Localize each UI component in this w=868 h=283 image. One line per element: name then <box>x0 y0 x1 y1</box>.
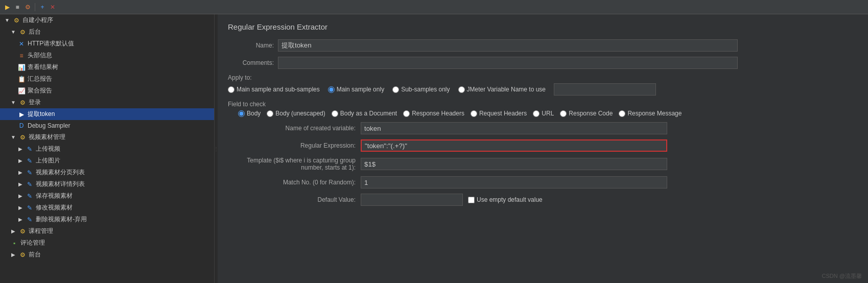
radio-main-sub[interactable]: Main sample and sub-samples <box>228 86 320 93</box>
radio-response-headers-input[interactable] <box>403 110 410 117</box>
name-row: Name: <box>228 39 858 52</box>
radio-response-code-input[interactable] <box>560 110 567 117</box>
expand-arrow: ▶ <box>17 193 24 199</box>
expand-arrow: ▶ <box>10 252 16 257</box>
sidebar-item-course-mgmt[interactable]: ▶ ⚙ 课程管理 <box>0 225 214 237</box>
radio-body-doc[interactable]: Body as a Document <box>332 110 397 117</box>
req-icon: ✎ <box>26 192 34 200</box>
sidebar-item-upload-image[interactable]: ▶ ✎ 上传图片 <box>0 155 214 167</box>
radio-url-input[interactable] <box>533 110 539 117</box>
toolbar-icon-5: ✕ <box>49 3 57 11</box>
sidebar-item-label: 视频素材分页列表 <box>36 168 85 177</box>
radio-body-doc-input[interactable] <box>332 110 338 117</box>
regex-row: Regular Expression: <box>228 139 858 152</box>
radio-jmeter-var[interactable]: JMeter Variable Name to use <box>458 86 546 93</box>
radio-response-headers-label: Response Headers <box>412 110 464 117</box>
created-var-input[interactable] <box>361 122 667 134</box>
regex-input[interactable] <box>361 139 667 152</box>
sidebar-item-upload-video[interactable]: ▶ ✎ 上传视频 <box>0 143 214 155</box>
comments-label: Comments: <box>228 59 274 66</box>
expand-arrow: ▶ <box>17 146 24 152</box>
jmeter-var-input[interactable] <box>554 83 656 96</box>
toolbar-separator <box>35 3 35 11</box>
default-val-input[interactable] <box>361 194 463 206</box>
toolbar: ▶ ■ ⚙ + ✕ <box>0 0 868 14</box>
created-var-input-col <box>361 122 858 134</box>
sidebar-item-summary[interactable]: 📋 汇总报告 <box>0 73 214 85</box>
created-var-label: Name of created variable: <box>228 125 361 132</box>
sidebar-root[interactable]: ▼ ⚙ 自建小程序 <box>0 14 214 26</box>
match-no-row: Match No. (0 for Random): <box>228 176 858 188</box>
field-check-section: Field to check Body Body (unescaped) Bod… <box>228 101 858 117</box>
sidebar-item-video-mgmt[interactable]: ▼ ⚙ 视频素材管理 <box>0 131 214 143</box>
apply-to-label: Apply to: <box>228 74 858 81</box>
use-empty-checkbox[interactable] <box>468 197 475 203</box>
sidebar-item-comment-mgmt[interactable]: ▪ 评论管理 <box>0 237 214 249</box>
sidebar-item-login[interactable]: ▼ ⚙ 登录 <box>0 97 214 108</box>
radio-jmeter-var-input[interactable] <box>458 86 465 93</box>
sidebar-item-label: 评论管理 <box>20 239 45 247</box>
radio-main-only-label: Main sample only <box>337 86 384 93</box>
radio-sub-only[interactable]: Sub-samples only <box>392 86 450 93</box>
radio-response-code-label: Response Code <box>569 110 613 117</box>
radio-main-only-input[interactable] <box>328 86 335 93</box>
radio-request-headers-input[interactable] <box>471 110 477 117</box>
sidebar-item-label: 删除视频素材-弃用 <box>36 215 87 224</box>
sidebar-item-video-category[interactable]: ▶ ✎ 视频素材分页列表 <box>0 167 214 178</box>
field-check-label: Field to check <box>228 101 858 108</box>
expand-arrow: ▶ <box>17 205 24 210</box>
sidebar-item-label: 视频素材管理 <box>29 133 65 142</box>
sidebar-item-debug[interactable]: D Debug Sampler <box>0 120 214 131</box>
radio-url-label: URL <box>542 110 554 117</box>
sidebar-root-label: 自建小程序 <box>22 16 53 25</box>
sidebar-item-label: HTTP请求默认值 <box>28 39 74 48</box>
comments-row: Comments: <box>228 57 858 69</box>
radio-main-only[interactable]: Main sample only <box>328 86 384 93</box>
radio-jmeter-var-label: JMeter Variable Name to use <box>467 86 546 93</box>
radio-main-sub-input[interactable] <box>228 86 234 93</box>
sidebar-item-view-result[interactable]: 📊 查看结果树 <box>0 61 214 73</box>
default-val-input-col: Use empty default value <box>361 194 858 206</box>
req-icon: ✎ <box>26 169 34 177</box>
sidebar-item-frontend[interactable]: ▶ ⚙ 前台 <box>0 249 214 261</box>
tree-icon: ⚙ <box>12 16 20 25</box>
expand-arrow: ▶ <box>17 170 24 175</box>
radio-body-unescaped[interactable]: Body (unescaped) <box>267 110 325 117</box>
radio-response-headers[interactable]: Response Headers <box>403 110 464 117</box>
sidebar-item-label: Debug Sampler <box>28 122 70 129</box>
comments-input[interactable] <box>278 57 738 69</box>
sidebar-item-get-token[interactable]: ▶ 提取token <box>0 108 214 120</box>
default-val-label: Default Value: <box>228 196 361 203</box>
sidebar-item-delete-video[interactable]: ▶ ✎ 删除视频素材-弃用 <box>0 214 214 225</box>
sidebar-item-backend[interactable]: ▼ ⚙ 后台 <box>0 26 214 38</box>
radio-body[interactable]: Body <box>238 110 261 117</box>
name-input[interactable] <box>278 39 738 52</box>
template-input[interactable] <box>361 158 667 170</box>
req-icon: ✎ <box>26 216 34 224</box>
chart-icon: 📊 <box>17 63 26 72</box>
radio-response-message-input[interactable] <box>619 110 625 117</box>
match-no-input[interactable] <box>361 176 667 188</box>
expand-arrow: ▶ <box>17 181 24 187</box>
sidebar-item-label: 聚合报告 <box>28 86 52 95</box>
sidebar-item-save-video[interactable]: ▶ ✎ 保存视频素材 <box>0 190 214 202</box>
radio-request-headers[interactable]: Request Headers <box>471 110 527 117</box>
sidebar-item-header[interactable]: ≡ 头部信息 <box>0 50 214 61</box>
req-icon: ✎ <box>26 157 34 165</box>
radio-url[interactable]: URL <box>533 110 554 117</box>
sidebar-item-aggregate[interactable]: 📈 聚合报告 <box>0 85 214 97</box>
radio-sub-only-input[interactable] <box>392 86 399 93</box>
sidebar-item-label: 上传视频 <box>36 145 60 153</box>
radio-response-code[interactable]: Response Code <box>560 110 613 117</box>
sidebar-item-label: 提取token <box>28 110 55 119</box>
sidebar-item-http-default[interactable]: ✕ HTTP请求默认值 <box>0 38 214 50</box>
radio-body-unescaped-input[interactable] <box>267 110 273 117</box>
radio-response-message[interactable]: Response Message <box>619 110 682 117</box>
sidebar-item-edit-video[interactable]: ▶ ✎ 修改视频素材 <box>0 202 214 214</box>
sidebar-item-label: 汇总报告 <box>28 75 52 83</box>
use-empty-checkbox-label[interactable]: Use empty default value <box>468 196 543 203</box>
template-row: Template ($i$ where i is capturing group… <box>228 157 858 171</box>
sidebar-item-video-detail[interactable]: ▶ ✎ 视频素材详情列表 <box>0 178 214 190</box>
radio-body-input[interactable] <box>238 110 245 117</box>
toolbar-icon-4: + <box>38 3 46 11</box>
